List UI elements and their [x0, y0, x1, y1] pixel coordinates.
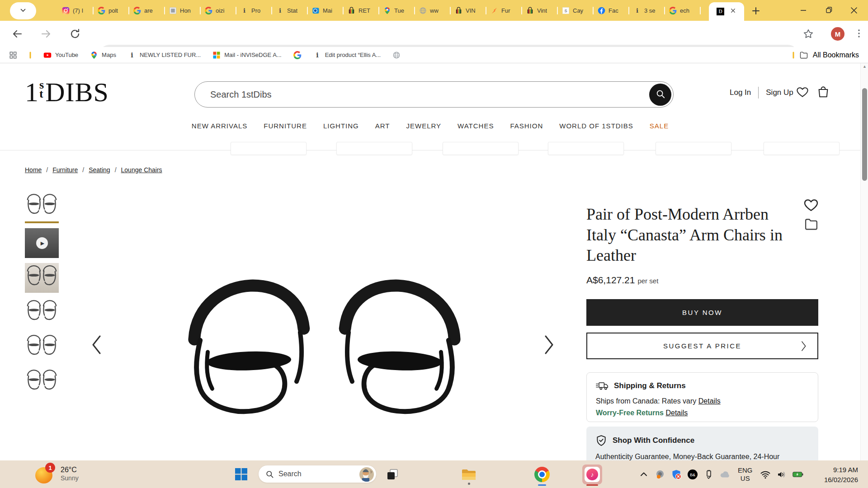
page-scrollbar[interactable]: ▲: [860, 63, 868, 460]
browser-tab[interactable]: Mai: [308, 3, 344, 18]
bookmark-separator: [29, 51, 32, 60]
reload-button[interactable]: [69, 28, 81, 40]
bookmark-star-icon[interactable]: [802, 28, 814, 42]
browser-tab[interactable]: Fur: [486, 3, 522, 18]
battery-icon[interactable]: [793, 469, 807, 480]
itunes-button[interactable]: ♪: [582, 465, 602, 484]
browser-tab[interactable]: VIN: [451, 3, 486, 18]
search-button[interactable]: [649, 84, 671, 106]
scrollbar-thumb[interactable]: [862, 88, 867, 181]
breadcrumb-link[interactable]: Seating: [89, 166, 110, 174]
browser-tab[interactable]: Vint: [522, 3, 558, 18]
login-link[interactable]: Log In: [730, 88, 751, 97]
volume-icon[interactable]: [776, 469, 787, 480]
nav-item-art[interactable]: ART: [375, 122, 390, 130]
back-button[interactable]: [11, 28, 24, 40]
security-shield-icon[interactable]: [671, 469, 682, 480]
info-icon: i: [241, 7, 248, 14]
weather-widget[interactable]: 1 26°C Sunny: [35, 464, 79, 483]
scroll-up-icon[interactable]: ▲: [862, 64, 868, 70]
camera-tray-icon[interactable]: [655, 469, 665, 480]
chrome-button[interactable]: [534, 467, 550, 482]
file-explorer-button[interactable]: [461, 467, 476, 482]
returns-details-link[interactable]: Details: [665, 409, 688, 417]
bookmark-item[interactable]: iNEWLY LISTED FUR...: [128, 51, 201, 59]
clock[interactable]: 9:19 AM 16/02/2026: [824, 465, 858, 485]
apps-grid-icon[interactable]: [9, 51, 17, 59]
taskbar-search[interactable]: Search: [258, 465, 377, 483]
browser-tab[interactable]: iPro: [236, 3, 272, 18]
profile-avatar[interactable]: M: [831, 27, 844, 41]
all-bookmarks-button[interactable]: All Bookmarks: [792, 51, 859, 60]
wifi-icon[interactable]: [760, 469, 771, 480]
browser-tab[interactable]: (7) I: [58, 3, 94, 18]
wishlist-heart-icon[interactable]: [803, 197, 819, 215]
browser-menu-icon[interactable]: [854, 28, 864, 41]
suggest-price-button[interactable]: SUGGEST A PRICE: [586, 333, 818, 359]
task-view-button[interactable]: [386, 468, 399, 481]
site-logo[interactable]: 1stDIBS: [25, 77, 109, 108]
itunes-icon: ♪: [585, 467, 600, 482]
signup-link[interactable]: Sign Up: [766, 88, 793, 97]
carousel-next-icon[interactable]: [543, 334, 555, 357]
chevron-up-icon[interactable]: [638, 469, 649, 480]
browser-tab[interactable]: Fac: [594, 3, 629, 18]
bookmark-item[interactable]: [293, 51, 302, 59]
cloud-icon[interactable]: [720, 469, 731, 480]
tab-label: VIN: [466, 7, 476, 14]
active-tab[interactable]: Ð: [709, 2, 744, 21]
nav-item-fashion[interactable]: FASHION: [510, 122, 543, 130]
cart-bag-icon[interactable]: [816, 85, 830, 100]
browser-tab[interactable]: are: [129, 3, 165, 18]
bookmark-item[interactable]: YouTube: [43, 51, 78, 59]
browser-tab[interactable]: ww: [415, 3, 451, 18]
favorites-heart-icon[interactable]: [796, 85, 809, 100]
start-button[interactable]: [235, 468, 247, 480]
bookmark-item[interactable]: Maps: [90, 51, 116, 59]
bookmark-item[interactable]: Mail - iNVISeDGE A...: [212, 51, 281, 59]
browser-tab[interactable]: RET: [344, 3, 379, 18]
breadcrumb-link[interactable]: Lounge Chairs: [121, 166, 162, 174]
product-thumbnail-2[interactable]: ▶: [25, 228, 59, 258]
carousel-prev-icon[interactable]: [90, 334, 102, 357]
product-thumbnail-5[interactable]: [25, 333, 59, 362]
browser-tab[interactable]: SCay: [558, 3, 594, 18]
browser-tab[interactable]: Tue: [379, 3, 415, 18]
product-thumbnail-6[interactable]: [25, 367, 59, 397]
forward-button[interactable]: [40, 28, 52, 40]
browser-tab[interactable]: iStat: [272, 3, 308, 18]
window-maximize-button[interactable]: [823, 5, 835, 16]
product-thumbnail-1[interactable]: [25, 192, 59, 223]
nav-item-watches[interactable]: WATCHES: [458, 122, 494, 130]
breadcrumb-link[interactable]: Home: [25, 166, 42, 174]
site-search-input[interactable]: Search 1stDibs: [194, 81, 674, 108]
tab-close-icon[interactable]: [730, 7, 736, 16]
browser-tab[interactable]: oizi: [201, 3, 236, 18]
shipping-details-link[interactable]: Details: [698, 397, 721, 405]
browser-tab[interactable]: polt: [94, 3, 129, 18]
browser-tab[interactable]: ech: [665, 3, 701, 18]
usb-icon[interactable]: [703, 469, 714, 480]
browser-tab[interactable]: i3 se: [629, 3, 665, 18]
window-close-button[interactable]: [848, 5, 860, 16]
language-switcher[interactable]: ENG US: [738, 466, 753, 483]
nav-item-lighting[interactable]: LIGHTING: [323, 122, 359, 130]
buy-now-button[interactable]: BUY NOW: [586, 299, 818, 326]
bookmark-item[interactable]: iEdit product “Ellis A...: [313, 51, 381, 59]
browser-tab[interactable]: Hon: [165, 3, 201, 18]
main-nav: NEW ARRIVALSFURNITURELIGHTINGARTJEWELRYW…: [0, 122, 860, 130]
product-thumbnail-3[interactable]: [25, 263, 59, 293]
tab-search-button[interactable]: [10, 2, 36, 19]
new-tab-button[interactable]: [750, 5, 761, 16]
bo-icon[interactable]: B&: [687, 469, 698, 480]
product-thumbnail-4[interactable]: [25, 298, 59, 328]
nav-item-jewelry[interactable]: JEWELRY: [406, 122, 442, 130]
nav-item-new-arrivals[interactable]: NEW ARRIVALS: [192, 122, 247, 130]
nav-item-furniture[interactable]: FURNITURE: [264, 122, 307, 130]
window-minimize-button[interactable]: [797, 5, 809, 16]
breadcrumb-link[interactable]: Furniture: [52, 166, 78, 174]
nav-item-world-of-1stdibs[interactable]: WORLD OF 1STDIBS: [559, 122, 633, 130]
save-folder-icon[interactable]: [804, 217, 819, 234]
bookmark-item[interactable]: [392, 51, 401, 59]
nav-item-sale[interactable]: SALE: [650, 122, 669, 130]
